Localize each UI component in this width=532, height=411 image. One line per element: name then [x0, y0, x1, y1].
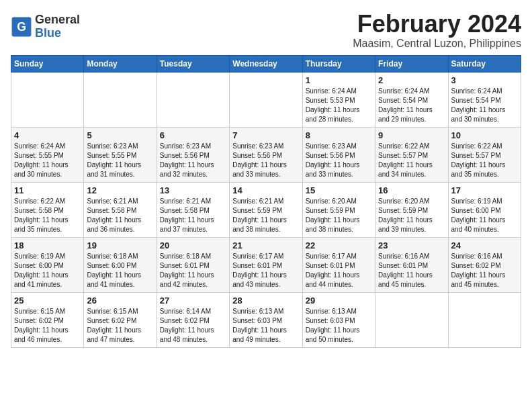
calendar-cell: 28Sunrise: 6:13 AM Sunset: 6:03 PM Dayli…	[230, 292, 302, 347]
day-number: 11	[14, 185, 81, 195]
title-block: February 2024 Maasim, Central Luzon, Phi…	[353, 11, 521, 50]
calendar-week-3: 11Sunrise: 6:22 AM Sunset: 5:58 PM Dayli…	[11, 182, 521, 237]
calendar-week-1: 1Sunrise: 6:24 AM Sunset: 5:53 PM Daylig…	[11, 72, 521, 127]
calendar-cell	[448, 292, 521, 347]
day-number: 8	[306, 130, 372, 140]
day-info: Sunrise: 6:19 AM Sunset: 6:00 PM Dayligh…	[451, 197, 518, 234]
day-info: Sunrise: 6:20 AM Sunset: 5:59 PM Dayligh…	[378, 197, 445, 234]
day-info: Sunrise: 6:23 AM Sunset: 5:56 PM Dayligh…	[160, 142, 226, 179]
day-info: Sunrise: 6:14 AM Sunset: 6:02 PM Dayligh…	[160, 307, 226, 345]
day-info: Sunrise: 6:21 AM Sunset: 5:58 PM Dayligh…	[160, 197, 226, 234]
day-number: 12	[87, 185, 153, 195]
day-info: Sunrise: 6:22 AM Sunset: 5:57 PM Dayligh…	[378, 142, 445, 179]
day-number: 27	[160, 295, 226, 306]
calendar-cell: 13Sunrise: 6:21 AM Sunset: 5:58 PM Dayli…	[157, 182, 229, 237]
calendar-week-5: 25Sunrise: 6:15 AM Sunset: 6:02 PM Dayli…	[11, 292, 521, 347]
day-number: 16	[378, 185, 445, 195]
logo: G General Blue	[11, 13, 80, 40]
day-number: 15	[306, 185, 372, 195]
calendar-cell: 12Sunrise: 6:21 AM Sunset: 5:58 PM Dayli…	[84, 182, 157, 237]
calendar-cell: 18Sunrise: 6:19 AM Sunset: 6:00 PM Dayli…	[11, 237, 84, 292]
calendar-cell: 4Sunrise: 6:24 AM Sunset: 5:55 PM Daylig…	[11, 127, 84, 182]
day-info: Sunrise: 6:21 AM Sunset: 5:59 PM Dayligh…	[232, 197, 299, 234]
calendar-cell: 15Sunrise: 6:20 AM Sunset: 5:59 PM Dayli…	[302, 182, 375, 237]
calendar-cell: 11Sunrise: 6:22 AM Sunset: 5:58 PM Dayli…	[11, 182, 84, 237]
day-number: 5	[87, 130, 153, 140]
day-info: Sunrise: 6:16 AM Sunset: 6:02 PM Dayligh…	[451, 252, 518, 289]
calendar-cell: 27Sunrise: 6:14 AM Sunset: 6:02 PM Dayli…	[157, 292, 229, 347]
day-info: Sunrise: 6:18 AM Sunset: 6:01 PM Dayligh…	[160, 252, 226, 289]
logo-general: General	[35, 13, 80, 27]
day-number: 25	[14, 295, 81, 306]
day-number: 26	[87, 295, 153, 306]
calendar-table: SundayMondayTuesdayWednesdayThursdayFrid…	[11, 55, 521, 348]
calendar-cell: 21Sunrise: 6:17 AM Sunset: 6:01 PM Dayli…	[230, 237, 302, 292]
day-info: Sunrise: 6:24 AM Sunset: 5:55 PM Dayligh…	[14, 142, 81, 179]
day-info: Sunrise: 6:24 AM Sunset: 5:53 PM Dayligh…	[306, 87, 372, 124]
calendar-cell: 16Sunrise: 6:20 AM Sunset: 5:59 PM Dayli…	[375, 182, 448, 237]
calendar-cell	[157, 72, 229, 127]
page-title: February 2024	[353, 11, 521, 38]
day-number: 29	[306, 295, 372, 306]
day-info: Sunrise: 6:23 AM Sunset: 5:55 PM Dayligh…	[87, 142, 153, 179]
col-header-sunday: Sunday	[11, 55, 84, 72]
day-number: 6	[160, 130, 226, 140]
day-info: Sunrise: 6:20 AM Sunset: 5:59 PM Dayligh…	[306, 197, 372, 234]
calendar-week-4: 18Sunrise: 6:19 AM Sunset: 6:00 PM Dayli…	[11, 237, 521, 292]
col-header-saturday: Saturday	[448, 55, 521, 72]
day-number: 24	[451, 240, 518, 250]
calendar-cell: 25Sunrise: 6:15 AM Sunset: 6:02 PM Dayli…	[11, 292, 84, 347]
day-number: 19	[87, 240, 153, 250]
calendar-cell	[11, 72, 84, 127]
calendar-cell: 2Sunrise: 6:24 AM Sunset: 5:54 PM Daylig…	[375, 72, 448, 127]
day-number: 2	[378, 75, 445, 85]
day-info: Sunrise: 6:22 AM Sunset: 5:58 PM Dayligh…	[14, 197, 81, 234]
day-number: 18	[14, 240, 81, 250]
day-info: Sunrise: 6:13 AM Sunset: 6:03 PM Dayligh…	[232, 307, 299, 345]
day-info: Sunrise: 6:23 AM Sunset: 5:56 PM Dayligh…	[232, 142, 299, 179]
day-info: Sunrise: 6:21 AM Sunset: 5:58 PM Dayligh…	[87, 197, 153, 234]
calendar-cell	[375, 292, 448, 347]
day-number: 1	[306, 75, 372, 85]
col-header-thursday: Thursday	[302, 55, 375, 72]
col-header-wednesday: Wednesday	[230, 55, 302, 72]
day-info: Sunrise: 6:22 AM Sunset: 5:57 PM Dayligh…	[451, 142, 518, 179]
calendar-cell: 24Sunrise: 6:16 AM Sunset: 6:02 PM Dayli…	[448, 237, 521, 292]
calendar-cell: 20Sunrise: 6:18 AM Sunset: 6:01 PM Dayli…	[157, 237, 229, 292]
day-info: Sunrise: 6:15 AM Sunset: 6:02 PM Dayligh…	[14, 307, 81, 345]
calendar-cell: 6Sunrise: 6:23 AM Sunset: 5:56 PM Daylig…	[157, 127, 229, 182]
logo-text: General Blue	[35, 13, 80, 40]
calendar-cell: 8Sunrise: 6:23 AM Sunset: 5:56 PM Daylig…	[302, 127, 375, 182]
col-header-monday: Monday	[84, 55, 157, 72]
day-info: Sunrise: 6:16 AM Sunset: 6:01 PM Dayligh…	[378, 252, 445, 289]
day-info: Sunrise: 6:15 AM Sunset: 6:02 PM Dayligh…	[87, 307, 153, 345]
calendar-cell	[230, 72, 302, 127]
day-number: 7	[232, 130, 299, 140]
svg-text:G: G	[17, 20, 26, 34]
calendar-cell: 7Sunrise: 6:23 AM Sunset: 5:56 PM Daylig…	[230, 127, 302, 182]
day-number: 22	[306, 240, 372, 250]
day-number: 9	[378, 130, 445, 140]
day-number: 23	[378, 240, 445, 250]
day-number: 28	[232, 295, 299, 306]
day-info: Sunrise: 6:23 AM Sunset: 5:56 PM Dayligh…	[306, 142, 372, 179]
calendar-cell: 19Sunrise: 6:18 AM Sunset: 6:00 PM Dayli…	[84, 237, 157, 292]
day-number: 3	[451, 75, 518, 85]
day-number: 10	[451, 130, 518, 140]
calendar-cell: 10Sunrise: 6:22 AM Sunset: 5:57 PM Dayli…	[448, 127, 521, 182]
calendar-cell: 1Sunrise: 6:24 AM Sunset: 5:53 PM Daylig…	[302, 72, 375, 127]
day-number: 17	[451, 185, 518, 195]
day-number: 21	[232, 240, 299, 250]
calendar-cell: 22Sunrise: 6:17 AM Sunset: 6:01 PM Dayli…	[302, 237, 375, 292]
calendar-cell: 5Sunrise: 6:23 AM Sunset: 5:55 PM Daylig…	[84, 127, 157, 182]
logo-icon: G	[11, 16, 32, 38]
day-number: 20	[160, 240, 226, 250]
calendar-cell: 26Sunrise: 6:15 AM Sunset: 6:02 PM Dayli…	[84, 292, 157, 347]
logo-blue: Blue	[35, 27, 80, 40]
day-info: Sunrise: 6:24 AM Sunset: 5:54 PM Dayligh…	[451, 87, 518, 124]
calendar-cell	[84, 72, 157, 127]
calendar-week-2: 4Sunrise: 6:24 AM Sunset: 5:55 PM Daylig…	[11, 127, 521, 182]
day-info: Sunrise: 6:17 AM Sunset: 6:01 PM Dayligh…	[232, 252, 299, 289]
calendar-cell: 29Sunrise: 6:13 AM Sunset: 6:03 PM Dayli…	[302, 292, 375, 347]
day-number: 13	[160, 185, 226, 195]
